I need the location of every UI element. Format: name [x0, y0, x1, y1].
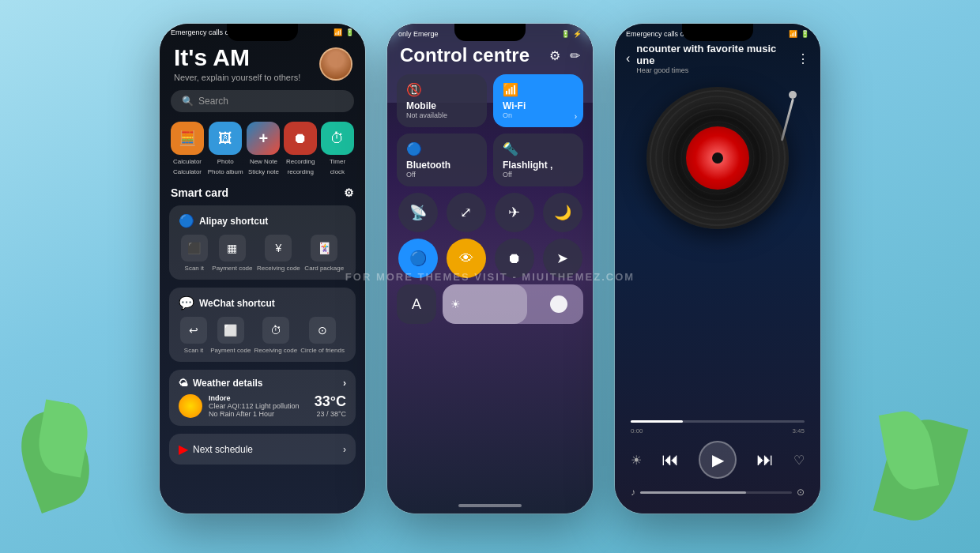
tile-flashlight-sub: Off [503, 171, 574, 179]
wechat-scan-label: Scan it [184, 347, 203, 354]
phone2-header: Control centre ⚙ ✏ [387, 40, 593, 74]
music-controls: 0:00 3:45 ☀ ⏮ ▶ ⏭ ♡ ♪ [615, 412, 820, 514]
heart-icon[interactable]: ♡ [793, 453, 805, 468]
alipay-card-pkg[interactable]: 🃏 Card package [304, 235, 344, 272]
volume-fill [640, 491, 746, 494]
phone-3: Emergency calls only 📶 🔋 ‹ ncounter with… [615, 24, 820, 514]
tile-flashlight[interactable]: 🔦 Flashlight , Off [493, 134, 583, 186]
wechat-scan[interactable]: ↩ Scan it [180, 317, 207, 354]
weather-chevron-icon[interactable]: › [343, 378, 346, 389]
phone1-search-label: Search [198, 96, 228, 107]
wechat-payment-label: Payment code [210, 347, 251, 354]
weather-content: Indore Clear AQI:112 Light pollution No … [179, 393, 346, 418]
needle-head [789, 91, 797, 99]
app-recording-label: Recording [286, 158, 315, 165]
smart-card-label: Smart card [171, 186, 228, 199]
play-button[interactable]: ▶ [699, 441, 737, 479]
prev-button[interactable]: ⏮ [662, 450, 679, 470]
app-recording[interactable]: ⏺ Recording recording [284, 122, 317, 175]
search-icon: 🔍 [182, 96, 194, 107]
back-button[interactable]: ‹ [626, 51, 630, 66]
control-grid-row1: 📵 Mobile Not available 📶 Wi-Fi On › 🔵 Bl… [387, 74, 593, 186]
app-newnote-sublabel: Sticky note [248, 168, 279, 175]
wifi-icon: 📶 [503, 82, 574, 97]
phone1-screen: Emergency calls only 📶 🔋 It's AM Never, … [160, 24, 365, 514]
youtube-icon: ▶ [179, 442, 188, 457]
brightness-slider[interactable]: ☀ [443, 284, 583, 324]
edit-icon[interactable]: ✏ [570, 48, 580, 63]
time-row: 0:00 3:45 [631, 427, 805, 434]
weather-title: 🌤 Weather details › [179, 378, 346, 389]
wifi-circle-icon: 📡 [409, 204, 427, 221]
time-current: 0:00 [631, 427, 643, 434]
music-note-icon: ♪ [631, 487, 635, 498]
phone2-home-indicator[interactable] [458, 504, 522, 507]
app-recording-sublabel: recording [288, 168, 314, 175]
weather-label: Weather details [193, 378, 262, 389]
alipay-receiving[interactable]: ¥ Receiving code [257, 235, 300, 272]
shuffle-icon[interactable]: ☀ [631, 453, 642, 468]
playback-controls: ☀ ⏮ ▶ ⏭ ♡ [631, 441, 805, 479]
circle-mirror[interactable]: ⤢ [447, 193, 486, 232]
tile-bluetooth[interactable]: 🔵 Bluetooth Off [397, 134, 487, 186]
bluetooth-icon: 🔵 [406, 141, 477, 156]
wechat-receiving[interactable]: ⏱ Receiving code [254, 317, 297, 354]
circle-eye[interactable]: 👁 [447, 239, 486, 278]
app-calculator[interactable]: 🧮 Calculator Calculator [171, 122, 204, 175]
more-button[interactable]: ⋮ [797, 51, 809, 66]
phone2-header-icons: ⚙ ✏ [549, 48, 580, 63]
tile-mobile[interactable]: 📵 Mobile Not available [397, 74, 487, 127]
wechat-circle[interactable]: ⊙ Circle of friends [300, 317, 345, 354]
next-button[interactable]: ⏭ [756, 450, 774, 470]
phone2-notch [454, 24, 526, 41]
alipay-card: 🔵 Alipay shortcut ⬛ Scan it ▦ Payment co… [169, 205, 356, 280]
wechat-icon: 💬 [179, 295, 194, 310]
wechat-circle-icon: ⊙ [309, 317, 336, 344]
circle-moon[interactable]: 🌙 [543, 193, 582, 232]
progress-bar[interactable] [631, 420, 805, 423]
alipay-scan[interactable]: ⬛ Scan it [181, 235, 208, 272]
airplane-icon: ✈ [508, 204, 520, 221]
flashlight-icon: 🔦 [503, 141, 574, 156]
alipay-card-pkg-icon: 🃏 [311, 235, 337, 261]
phone1-avatar[interactable] [319, 47, 352, 81]
app-newnote-label: New Note [250, 158, 277, 165]
app-newnote[interactable]: + New Note Sticky note [247, 122, 280, 175]
tile-mobile-sub: Not available [406, 111, 477, 119]
wechat-receiving-icon: ⏱ [262, 317, 289, 344]
weather-range: 23 / 38°C [315, 410, 346, 418]
smart-card-settings-icon[interactable]: ⚙ [344, 186, 354, 199]
phone2-status-left: only Emerge [398, 30, 439, 38]
circle-navigation[interactable]: ➤ [543, 239, 582, 278]
phone-2: only Emerge 🔋 ⚡ Control centre ⚙ ✏ 📵 Mo [387, 24, 593, 514]
app-timer-label: Timer [330, 158, 345, 165]
app-newnote-icon: + [247, 122, 280, 155]
tile-bluetooth-name: Bluetooth [406, 160, 477, 171]
phone3-screen: Emergency calls only 📶 🔋 ‹ ncounter with… [615, 24, 820, 514]
wechat-payment[interactable]: ⬜ Payment code [210, 317, 251, 354]
circle-record[interactable]: ⏺ [495, 239, 534, 278]
text-size-icon: A [412, 296, 421, 313]
record-icon: ⏺ [507, 250, 522, 267]
app-photo[interactable]: 🖼 Photo Photo album [208, 122, 243, 175]
wechat-scan-icon: ↩ [180, 317, 207, 344]
play-icon: ▶ [712, 450, 724, 469]
app-photo-label: Photo [217, 158, 234, 165]
wechat-receiving-label: Receiving code [254, 347, 297, 354]
app-timer[interactable]: ⏱ Timer clock [321, 122, 354, 175]
text-size-button[interactable]: A [397, 284, 436, 324]
next-schedule-card[interactable]: ▶ Next schedule › [169, 434, 356, 465]
tile-wifi[interactable]: 📶 Wi-Fi On › [493, 74, 583, 127]
phone1-search[interactable]: 🔍 Search [171, 90, 354, 112]
next-schedule-chevron-icon: › [343, 444, 346, 455]
circle-airplane[interactable]: ✈ [495, 193, 534, 232]
circle-location[interactable]: 🔵 [398, 239, 438, 278]
settings-icon[interactable]: ⚙ [549, 48, 560, 63]
phone1-signal: 📶 [334, 28, 342, 36]
circle-wifi[interactable]: 📡 [398, 193, 438, 232]
volume-row: ♪ ⊙ [631, 487, 805, 498]
song-subtitle: Hear good times [636, 66, 790, 74]
volume-slider[interactable] [640, 491, 792, 494]
alipay-payment[interactable]: ▦ Payment code [212, 235, 252, 272]
tile-wifi-sub: On [503, 111, 574, 119]
